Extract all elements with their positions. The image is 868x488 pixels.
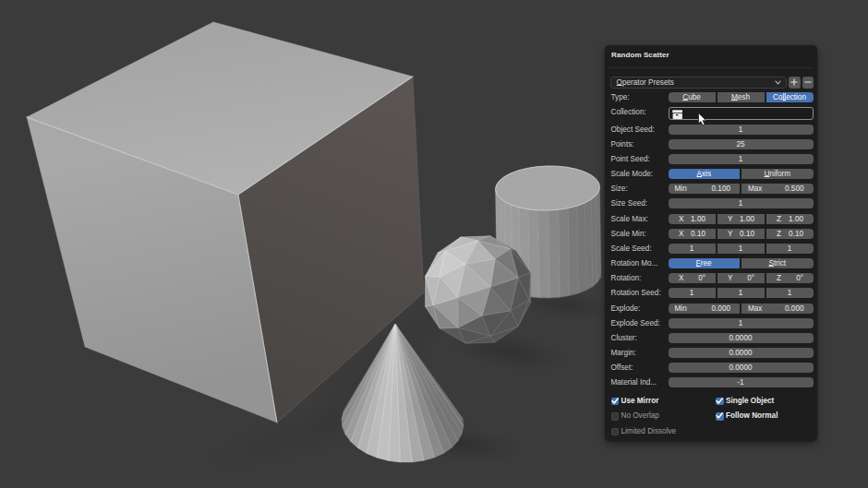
param-row: Scale Seed:111 bbox=[605, 244, 817, 258]
number-field[interactable]: 1 bbox=[669, 125, 814, 135]
collection-icon bbox=[672, 110, 683, 120]
number-field[interactable]: 1 bbox=[717, 288, 765, 298]
param-row: Object Seed:1 bbox=[605, 125, 817, 139]
checkbox-checked-icon bbox=[716, 412, 724, 421]
checkbox-checked-icon bbox=[611, 398, 620, 406]
number-field[interactable]: Z0° bbox=[766, 273, 814, 283]
number-field[interactable]: 1 bbox=[669, 198, 814, 208]
param-row: Scale Min:X0.10Y0.10Z0.10 bbox=[605, 229, 817, 244]
param-label: Rotation Mo... bbox=[611, 258, 658, 268]
preset-add-button[interactable] bbox=[789, 77, 802, 89]
checkbox-label: Use Mirror bbox=[621, 397, 659, 406]
param-label: Object Seed: bbox=[611, 125, 655, 135]
panel-title: Random Scatter bbox=[611, 49, 669, 62]
icosphere-mesh[interactable] bbox=[426, 236, 531, 343]
number-field[interactable]: 1 bbox=[669, 244, 716, 254]
param-label: Cluster: bbox=[611, 333, 637, 343]
param-label: Explode Seed: bbox=[611, 318, 660, 328]
param-label: Material Ind... bbox=[611, 377, 657, 387]
param-row: Material Ind...-1 bbox=[605, 377, 817, 392]
number-field[interactable]: X1.00 bbox=[669, 214, 716, 224]
param-row: Collection: bbox=[605, 107, 817, 122]
param-label: Scale Seed: bbox=[611, 244, 652, 254]
collection-search-field[interactable] bbox=[669, 107, 814, 120]
number-field[interactable]: 25 bbox=[669, 139, 814, 149]
number-field[interactable]: Y1.00 bbox=[717, 214, 765, 224]
param-label: Points: bbox=[611, 139, 634, 149]
checkbox-follow-normal[interactable]: Follow Normal bbox=[716, 411, 778, 421]
param-row: Size:Min0.100Max0.500 bbox=[605, 184, 817, 198]
param-label: Scale Mode: bbox=[611, 169, 654, 179]
number-field[interactable]: 1 bbox=[669, 154, 814, 164]
segment-button[interactable]: Strict bbox=[741, 258, 814, 268]
param-row: Type:CubeMeshCollection bbox=[605, 92, 817, 107]
param-row: Scale Max:X1.00Y1.00Z1.00 bbox=[605, 214, 817, 229]
param-row: Offset:0.0000 bbox=[605, 363, 817, 377]
param-label: Rotation Seed: bbox=[611, 288, 661, 298]
plus-icon bbox=[790, 78, 798, 86]
param-row: Cluster:0.0000 bbox=[605, 333, 817, 348]
param-row: Point Seed:1 bbox=[605, 154, 817, 169]
param-row: Explode Seed:1 bbox=[605, 318, 817, 333]
number-field[interactable]: Y0.10 bbox=[717, 229, 765, 239]
checkbox-unchecked-icon bbox=[611, 412, 620, 421]
checkbox-label: Single Object bbox=[726, 397, 774, 406]
number-field[interactable]: 1 bbox=[766, 244, 814, 254]
number-field[interactable]: Z0.10 bbox=[766, 229, 814, 239]
minus-icon bbox=[804, 78, 812, 86]
checkbox-single-object[interactable]: Single Object bbox=[716, 397, 774, 406]
number-field[interactable]: -1 bbox=[669, 377, 814, 387]
param-row: Rotation:X0°Y0°Z0° bbox=[605, 273, 817, 288]
number-field[interactable]: 0.0000 bbox=[669, 363, 814, 373]
param-label: Margin: bbox=[611, 348, 636, 358]
segment-button[interactable]: Uniform bbox=[741, 169, 814, 179]
param-row: Rotation Mo...FreeStrict bbox=[605, 258, 817, 273]
checkbox-unchecked-icon bbox=[611, 428, 620, 436]
number-field[interactable]: Max0.000 bbox=[741, 304, 814, 314]
number-field[interactable]: 0.0000 bbox=[669, 348, 814, 358]
number-field[interactable]: 1 bbox=[669, 318, 814, 328]
segment-button[interactable]: Mesh bbox=[717, 92, 765, 102]
param-label: Collection: bbox=[611, 107, 646, 117]
number-field[interactable]: Y0° bbox=[717, 273, 765, 283]
number-field[interactable]: 1 bbox=[717, 244, 765, 254]
number-field[interactable]: Max0.500 bbox=[741, 184, 814, 194]
param-row: Points:25 bbox=[605, 139, 817, 154]
param-row: Size Seed:1 bbox=[605, 198, 817, 213]
checkbox-label: No Overlap bbox=[621, 411, 659, 421]
checkbox-checked-icon bbox=[716, 398, 724, 406]
param-row: Margin:0.0000 bbox=[605, 348, 817, 363]
checkbox-use-mirror[interactable]: Use Mirror bbox=[611, 397, 659, 406]
number-field[interactable]: 0.0000 bbox=[669, 333, 814, 343]
operator-panel: Random Scatter Operator Presets Type:Cub… bbox=[605, 45, 817, 441]
mouse-cursor bbox=[698, 113, 707, 126]
param-label: Scale Max: bbox=[611, 214, 649, 224]
number-field[interactable]: Min0.100 bbox=[669, 184, 741, 194]
chevron-down-icon bbox=[775, 80, 781, 85]
operator-presets-dropdown[interactable]: Operator Presets bbox=[610, 77, 787, 89]
number-field[interactable]: 1 bbox=[766, 288, 814, 298]
param-label: Offset: bbox=[611, 363, 633, 373]
param-label: Size: bbox=[611, 184, 628, 194]
segment-button[interactable]: Axis bbox=[669, 169, 741, 179]
number-field[interactable]: Z1.00 bbox=[766, 214, 814, 224]
param-label: Type: bbox=[611, 92, 630, 102]
param-row: Scale Mode:AxisUniform bbox=[605, 169, 817, 184]
segment-button[interactable]: Free bbox=[669, 258, 741, 268]
segment-button[interactable]: Cube bbox=[669, 92, 716, 102]
number-field[interactable]: X0.10 bbox=[669, 229, 716, 239]
number-field[interactable]: 1 bbox=[669, 288, 716, 298]
blender-window: Random Scatter Operator Presets Type:Cub… bbox=[0, 0, 868, 488]
checkbox-label: Limited Dissolve bbox=[621, 427, 677, 436]
checkbox-limited-dissolve[interactable]: Limited Dissolve bbox=[611, 427, 677, 436]
number-field[interactable]: Min0.000 bbox=[669, 304, 741, 314]
checkbox-no-overlap[interactable]: No Overlap bbox=[611, 411, 659, 421]
checkbox-label: Follow Normal bbox=[726, 411, 778, 421]
operator-presets-label: Operator Presets bbox=[611, 78, 775, 87]
segment-button[interactable]: Collection bbox=[766, 92, 814, 102]
param-label: Scale Min: bbox=[611, 229, 646, 239]
preset-remove-button[interactable] bbox=[802, 77, 814, 89]
number-field[interactable]: X0° bbox=[669, 273, 716, 283]
param-label: Size Seed: bbox=[611, 198, 648, 208]
panel-separator bbox=[609, 67, 814, 68]
